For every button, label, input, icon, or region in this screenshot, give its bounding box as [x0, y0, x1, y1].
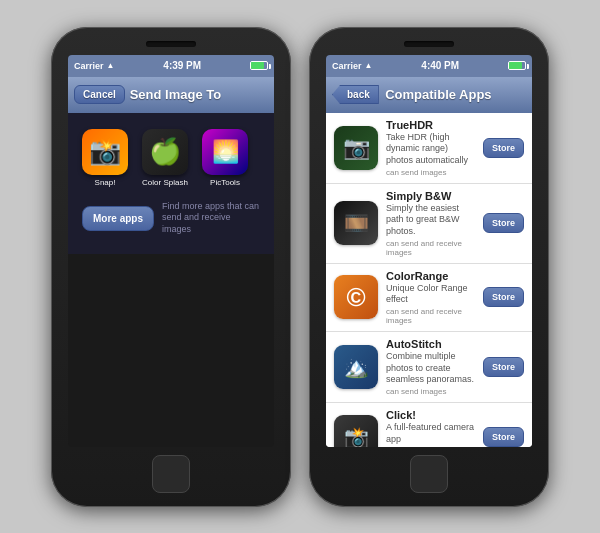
snap-label: Snap! [95, 178, 116, 187]
truehdr-desc: Take HDR (high dynamic range) photos aut… [386, 132, 475, 167]
list-item-autostitch[interactable]: AutoStitch Combine multiple photos to cr… [326, 332, 532, 403]
simplybw-icon [334, 201, 378, 245]
phone-1-battery-fill [251, 62, 264, 69]
phone-2-app-list: TrueHDR Take HDR (high dynamic range) ph… [326, 113, 532, 447]
back-button[interactable]: back [332, 85, 379, 104]
more-apps-section: More apps Find more apps that can send a… [78, 193, 264, 244]
phone-2-status-right [508, 61, 526, 70]
phone-2-nav-bar: back Compatible Apps [326, 77, 532, 113]
click-info: Click! A full-featured camera app can se… [386, 409, 475, 446]
click-name: Click! [386, 409, 475, 421]
pictools-icon [202, 129, 248, 175]
autostitch-info: AutoStitch Combine multiple photos to cr… [386, 338, 475, 396]
autostitch-icon [334, 345, 378, 389]
colorsplash-icon [142, 129, 188, 175]
colorsplash-label: Color Splash [142, 178, 188, 187]
truehdr-store-button[interactable]: Store [483, 138, 524, 158]
pictools-label: PicTools [210, 178, 240, 187]
cancel-button[interactable]: Cancel [74, 85, 125, 104]
phone-2-status-bar: Carrier ▲ 4:40 PM [326, 55, 532, 77]
phone-1: Carrier ▲ 4:39 PM Cancel Send Image To [51, 27, 291, 507]
phone-1-wifi-icon: ▲ [107, 61, 115, 70]
colorrange-icon [334, 275, 378, 319]
phone-1-speaker [146, 41, 196, 47]
truehdr-sub: can send images [386, 168, 475, 177]
phone-2-battery-fill [509, 62, 522, 69]
simplybw-store-button[interactable]: Store [483, 213, 524, 233]
simplybw-desc: Simply the easiest path to great B&W pho… [386, 203, 475, 238]
phone-2-time: 4:40 PM [421, 60, 459, 71]
phone-1-home-button[interactable] [152, 455, 190, 493]
colorrange-sub: can send and receive images [386, 307, 475, 325]
simplybw-name: Simply B&W [386, 190, 475, 202]
autostitch-desc: Combine multiple photos to create seamle… [386, 351, 475, 386]
list-item-simplybw[interactable]: Simply B&W Simply the easiest path to gr… [326, 184, 532, 264]
truehdr-name: TrueHDR [386, 119, 475, 131]
list-item-truehdr[interactable]: TrueHDR Take HDR (high dynamic range) ph… [326, 113, 532, 184]
phone-2-battery-icon [508, 61, 526, 70]
more-apps-text: Find more apps that can send and receive… [162, 201, 260, 236]
snap-icon [82, 129, 128, 175]
phone-1-status-right [250, 61, 268, 70]
colorrange-store-button[interactable]: Store [483, 287, 524, 307]
click-icon [334, 415, 378, 447]
colorrange-desc: Unique Color Range effect [386, 283, 475, 306]
truehdr-icon [334, 126, 378, 170]
phone-2: Carrier ▲ 4:40 PM back Compatible Apps [309, 27, 549, 507]
phone-1-nav-title: Send Image To [125, 87, 226, 102]
more-apps-button[interactable]: More apps [82, 206, 154, 231]
click-desc: A full-featured camera app [386, 422, 475, 445]
colorrange-info: ColorRange Unique Color Range effect can… [386, 270, 475, 325]
phone-1-time: 4:39 PM [163, 60, 201, 71]
phone-2-nav-title: Compatible Apps [379, 87, 498, 102]
phone-2-home-button[interactable] [410, 455, 448, 493]
phone-1-status-bar: Carrier ▲ 4:39 PM [68, 55, 274, 77]
app-icons-row: Snap! Color Splash PicTools [78, 123, 264, 193]
phone-1-screen: Carrier ▲ 4:39 PM Cancel Send Image To [68, 55, 274, 447]
colorrange-name: ColorRange [386, 270, 475, 282]
phone-1-nav-bar: Cancel Send Image To [68, 77, 274, 113]
click-store-button[interactable]: Store [483, 427, 524, 447]
phones-container: Carrier ▲ 4:39 PM Cancel Send Image To [51, 27, 549, 507]
app-icon-pictools[interactable]: PicTools [202, 129, 248, 187]
autostitch-store-button[interactable]: Store [483, 357, 524, 377]
phone-1-status-left: Carrier ▲ [74, 61, 114, 71]
phone-1-carrier: Carrier [74, 61, 104, 71]
simplybw-sub: can send and receive images [386, 239, 475, 257]
phone-1-battery-icon [250, 61, 268, 70]
list-item-click[interactable]: Click! A full-featured camera app can se… [326, 403, 532, 446]
phone-2-screen: Carrier ▲ 4:40 PM back Compatible Apps [326, 55, 532, 447]
app-icon-snap[interactable]: Snap! [82, 129, 128, 187]
phone-2-speaker [404, 41, 454, 47]
app-icon-colorsplash[interactable]: Color Splash [142, 129, 188, 187]
phone-2-carrier: Carrier [332, 61, 362, 71]
autostitch-name: AutoStitch [386, 338, 475, 350]
phone-2-status-left: Carrier ▲ [332, 61, 372, 71]
autostitch-sub: can send images [386, 387, 475, 396]
simplybw-info: Simply B&W Simply the easiest path to gr… [386, 190, 475, 257]
phone-2-wifi-icon: ▲ [365, 61, 373, 70]
list-item-colorrange[interactable]: ColorRange Unique Color Range effect can… [326, 264, 532, 332]
phone-1-apps-grid: Snap! Color Splash PicTools More apps Fi… [68, 113, 274, 254]
truehdr-info: TrueHDR Take HDR (high dynamic range) ph… [386, 119, 475, 177]
